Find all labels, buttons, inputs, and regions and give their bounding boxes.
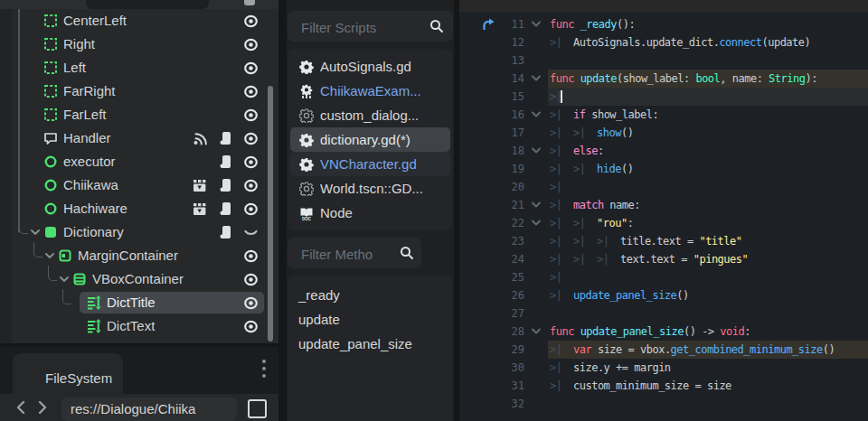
method-item-_ready[interactable]: _ready <box>288 283 453 307</box>
script-item-autosignals-gd[interactable]: AutoSignals.gd <box>290 54 450 79</box>
fold-chevron-icon[interactable] <box>524 220 548 227</box>
code-line-15[interactable]: 15>| <box>459 88 868 106</box>
filter-scripts-input[interactable] <box>299 11 419 43</box>
collapse-chevron-icon[interactable] <box>30 227 41 238</box>
eye-icon[interactable] <box>242 108 259 123</box>
code-line-32[interactable]: 32 <box>459 395 868 413</box>
eye-closed-icon[interactable] <box>242 225 259 240</box>
code-line-28[interactable]: 28func update_panel_size() -> void: <box>459 323 868 341</box>
code-line-17[interactable]: 17>|>|show() <box>459 124 868 142</box>
fold-chevron-icon[interactable] <box>524 147 548 154</box>
tree-row-farleft[interactable]: FarLeft <box>0 103 278 126</box>
code-text: >|var size = vbox.get_combined_minimum_s… <box>548 341 868 359</box>
script-item-chiikawaexam-[interactable]: ChiikawaExam... <box>290 79 450 103</box>
code-line-29[interactable]: 29>|var size = vbox.get_combined_minimum… <box>459 341 868 359</box>
tree-row-chiikawa[interactable]: Chiikawa <box>0 173 278 197</box>
tree-row-left[interactable]: Left <box>0 56 278 80</box>
tree-row-dicttext[interactable]: DictText <box>0 314 278 338</box>
eye-icon[interactable] <box>242 84 259 99</box>
line-number: 13 <box>499 54 524 67</box>
tree-row-handler[interactable]: Handler <box>0 126 278 150</box>
forward-icon[interactable] <box>36 400 49 415</box>
fold-chevron-icon[interactable] <box>524 328 548 335</box>
code-line-31[interactable]: 31>|custom_minimum_size = size <box>459 377 868 395</box>
movie-icon[interactable] <box>192 201 209 217</box>
code-line-16[interactable]: 16>|if show_label: <box>459 106 868 124</box>
movie-icon[interactable] <box>192 178 209 193</box>
tree-row-centerleft[interactable]: CenterLeft <box>0 9 278 33</box>
script-item-custom-dialog-[interactable]: custom_dialog... <box>290 103 450 127</box>
fold-chevron-icon[interactable] <box>524 111 548 118</box>
script-item-dictionary-gd-[interactable]: dictionary.gd(*) <box>290 127 450 152</box>
tab-filesystem[interactable]: FileSystem <box>13 353 123 394</box>
scene-filter-input[interactable] <box>86 0 209 9</box>
toggle-split-mode-icon[interactable] <box>248 399 267 418</box>
token-pln: (show_label: <box>617 72 695 85</box>
script-item-world-tscn-gd-[interactable]: World.tscn::GD... <box>290 176 450 201</box>
kebab-menu-icon[interactable] <box>262 360 266 379</box>
method-item-update_panel_size[interactable]: update_panel_size <box>288 332 453 356</box>
script-icon[interactable] <box>217 154 234 170</box>
tree-row-dicttitle[interactable]: DictTitle <box>0 291 278 314</box>
node-label: FarRight <box>63 83 116 98</box>
gear-icon <box>299 60 314 74</box>
tree-row-vboxcontainer[interactable]: VBoxContainer <box>0 267 278 291</box>
tree-row-hachiware[interactable]: Hachiware <box>0 197 278 220</box>
tree-row-executor[interactable]: executor <box>0 150 278 173</box>
tree-row-farright[interactable]: FarRight <box>0 80 278 103</box>
eye-icon[interactable] <box>242 14 259 29</box>
path-field[interactable]: res://Dialogue/Chiika <box>61 398 237 421</box>
line-number: 28 <box>499 325 524 338</box>
code-text <box>548 51 868 70</box>
code-line-24[interactable]: 24>|>|>|text.text = "pingues" <box>459 250 868 268</box>
script-item-label: custom_dialog... <box>320 108 419 123</box>
code-line-18[interactable]: 18>|else: <box>459 142 868 160</box>
script-icon[interactable] <box>217 131 234 146</box>
eye-icon[interactable] <box>242 272 259 287</box>
code-line-12[interactable]: 12>|AutoSignals.update_dict.connect(upda… <box>459 33 868 51</box>
fold-chevron-icon[interactable] <box>524 21 548 28</box>
token-pln: : <box>627 217 634 229</box>
script-icon[interactable] <box>217 201 234 217</box>
signal-icon[interactable] <box>192 131 209 146</box>
eye-icon[interactable] <box>242 201 259 217</box>
fold-chevron-icon[interactable] <box>524 201 548 209</box>
tree-row-margincontainer[interactable]: MarginContainer <box>0 244 278 267</box>
eye-icon[interactable] <box>242 37 259 52</box>
eye-icon[interactable] <box>242 295 259 311</box>
script-icon[interactable] <box>217 178 234 193</box>
eye-icon[interactable] <box>242 178 259 193</box>
code-line-27[interactable]: 27 <box>459 304 868 323</box>
code-line-23[interactable]: 23>|>|>|title.text = "title" <box>459 232 868 250</box>
fold-chevron-icon[interactable] <box>524 75 548 82</box>
code-line-25[interactable]: 25>| <box>459 268 868 286</box>
code-line-21[interactable]: 21>|match name: <box>459 196 868 214</box>
eye-icon[interactable] <box>242 319 259 334</box>
eye-icon[interactable] <box>242 248 259 264</box>
script-icon[interactable] <box>217 225 234 240</box>
code-line-22[interactable]: 22>|>|"rou": <box>459 214 868 232</box>
back-icon[interactable] <box>14 400 27 415</box>
method-item-update[interactable]: update <box>288 307 453 332</box>
eye-icon[interactable] <box>242 61 259 76</box>
script-item-vncharacter-gd[interactable]: VNCharacter.gd <box>290 152 450 176</box>
code-line-20[interactable]: 20>| <box>459 178 868 196</box>
code-line-13[interactable]: 13 <box>459 51 868 70</box>
tree-row-right[interactable]: Right <box>0 33 278 56</box>
collapse-chevron-icon[interactable] <box>59 274 70 285</box>
code-editor[interactable]: 11func _ready():12>|AutoSignals.update_d… <box>459 0 868 421</box>
tree-row-dictionary[interactable]: Dictionary <box>0 220 278 244</box>
scene-tree-scrollbar[interactable] <box>268 86 273 341</box>
code-line-14[interactable]: 14func update(show_label: bool, name: St… <box>459 70 868 88</box>
script-item-node[interactable]: DOCNode <box>290 201 450 225</box>
label-icon <box>87 319 101 333</box>
line-number: 19 <box>499 163 524 175</box>
eye-icon[interactable] <box>242 154 259 170</box>
filter-methods-input[interactable] <box>299 238 397 270</box>
code-line-11[interactable]: 11func _ready(): <box>459 15 868 33</box>
collapse-chevron-icon[interactable] <box>44 250 55 261</box>
code-line-30[interactable]: 30>|size.y += margin <box>459 359 868 377</box>
eye-icon[interactable] <box>242 131 259 146</box>
code-line-19[interactable]: 19>|>|hide() <box>459 160 868 178</box>
code-line-26[interactable]: 26>|update_panel_size() <box>459 286 868 304</box>
